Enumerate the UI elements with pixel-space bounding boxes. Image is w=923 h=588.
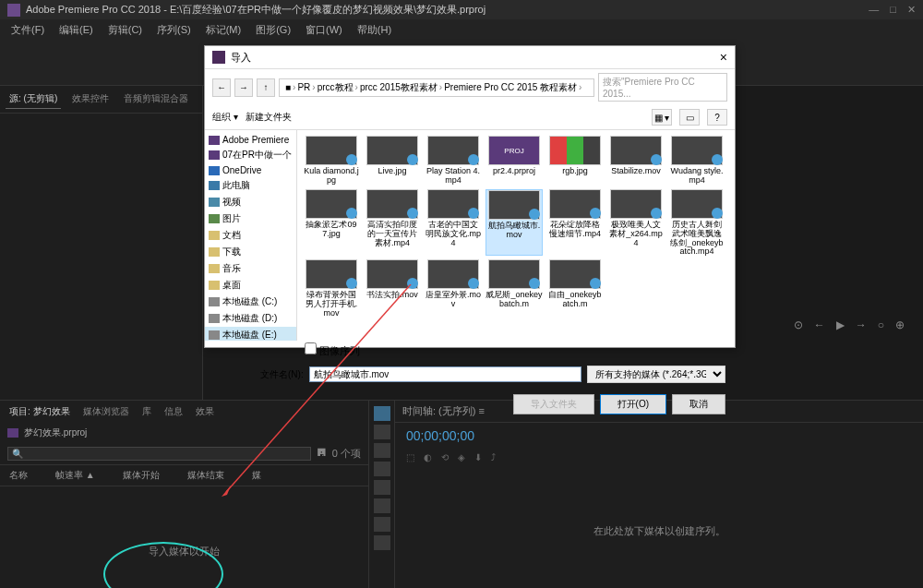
import-folder-button[interactable]: 导入文件夹: [513, 394, 594, 414]
tree-item[interactable]: 图片: [205, 210, 296, 227]
mark-out-icon[interactable]: ○: [878, 318, 884, 331]
view-button[interactable]: ▦ ▾: [652, 109, 672, 126]
tab-mediabrowser[interactable]: 媒体浏览器: [79, 403, 133, 420]
tree-item[interactable]: 下载: [205, 244, 296, 260]
file-item[interactable]: 航拍鸟瞰城市.mov: [485, 189, 543, 256]
tree-item[interactable]: 视频: [205, 194, 296, 210]
file-item[interactable]: 历史古人舞剑武术唯美飘逸练剑_onekeybatch.mp4: [668, 189, 725, 256]
filetype-select[interactable]: 所有支持的媒体 (*.264;*.3G2;* ▾: [587, 366, 725, 383]
menu-file[interactable]: 文件(F): [6, 21, 50, 39]
bc-2[interactable]: prcc 2015教程素材: [360, 81, 438, 94]
bc-0[interactable]: PR: [297, 82, 310, 92]
minimize-button[interactable]: —: [869, 4, 879, 16]
tree-item[interactable]: 音乐: [205, 260, 296, 277]
pen-tool[interactable]: [374, 498, 390, 513]
menu-marker[interactable]: 标记(M): [200, 21, 247, 39]
help-button[interactable]: ?: [707, 109, 727, 126]
tab-project[interactable]: 项目: 梦幻效果: [6, 403, 74, 420]
newfolder-button[interactable]: 新建文件夹: [246, 111, 292, 124]
file-item[interactable]: Stabilize.mov: [607, 136, 665, 186]
col-start[interactable]: 媒体开始: [123, 469, 160, 482]
tree-item[interactable]: 文档: [205, 227, 296, 244]
open-button[interactable]: 打开(O): [600, 394, 666, 414]
tc-2[interactable]: ◐: [424, 452, 432, 462]
file-item[interactable]: PROJpr2.4.prproj: [485, 136, 543, 186]
file-item[interactable]: 唐皇室外景.mov: [425, 259, 482, 318]
file-item[interactable]: 绿布背景外国男人打开手机.mov: [303, 259, 360, 318]
tab-audiomixer[interactable]: 音频剪辑混合器: [120, 90, 192, 109]
tree-item[interactable]: 07在PR中做一个: [205, 147, 296, 163]
add-marker-icon[interactable]: ⊕: [895, 318, 905, 331]
file-item[interactable]: 古老的中国文明民族文化.mp4: [425, 189, 482, 256]
file-item[interactable]: Play Station 4.mp4: [425, 136, 482, 186]
tc-6[interactable]: ⤴: [491, 452, 496, 462]
bc-3[interactable]: Premiere Pro CC 2015 教程素材: [444, 81, 577, 94]
mark-in-icon[interactable]: ⊙: [794, 318, 803, 331]
search-input[interactable]: 搜索"Premiere Pro CC 2015...: [598, 73, 727, 102]
nav-up-button[interactable]: ↑: [257, 78, 275, 97]
menu-sequence[interactable]: 序列(S): [151, 21, 197, 39]
filename-input[interactable]: [309, 366, 581, 382]
col-media[interactable]: 媒: [252, 469, 261, 482]
image-sequence-checkbox[interactable]: [305, 342, 317, 354]
slip-tool[interactable]: [374, 480, 390, 495]
tc-5[interactable]: ⬇: [474, 452, 482, 462]
tab-source[interactable]: 源: (无剪辑): [6, 90, 61, 109]
file-item[interactable]: 威尼斯_onekeybatch.m: [485, 259, 543, 318]
file-item[interactable]: Wudang style.mp4: [668, 136, 725, 186]
tree-item[interactable]: 此电脑: [205, 177, 296, 194]
cancel-button[interactable]: 取消: [672, 394, 725, 414]
tree-item[interactable]: 本地磁盘 (C:): [205, 294, 296, 310]
tree-item[interactable]: OneDrive: [205, 163, 296, 177]
breadcrumb[interactable]: ■ › PR › prcc教程 › prcc 2015教程素材 › Premie…: [279, 78, 594, 97]
file-item[interactable]: rgb.jpg: [546, 136, 604, 186]
tc-4[interactable]: ◈: [458, 452, 465, 462]
file-item[interactable]: 书法实拍.mov: [364, 259, 421, 318]
organize-button[interactable]: 组织 ▾: [212, 111, 238, 124]
file-item[interactable]: 高清实拍印度的一天宣传片素材.mp4: [364, 189, 421, 256]
maximize-button[interactable]: □: [890, 4, 896, 16]
play-icon[interactable]: ▶: [836, 318, 845, 331]
track-select-tool[interactable]: [374, 425, 390, 439]
tree-item[interactable]: 桌面: [205, 277, 296, 294]
file-item[interactable]: 自由_onekeybatch.m: [546, 259, 604, 318]
type-tool[interactable]: [374, 535, 390, 550]
col-end[interactable]: 媒体结束: [187, 469, 224, 482]
bc-1[interactable]: prcc教程: [318, 81, 354, 94]
timeline-empty[interactable]: 在此处放下媒体以创建序列。: [395, 466, 923, 588]
project-empty-area[interactable]: 导入媒体以开始: [0, 486, 368, 588]
tab-info[interactable]: 信息: [161, 403, 186, 420]
tree-item[interactable]: Adobe Premiere: [205, 133, 296, 147]
menu-graphics[interactable]: 图形(G): [250, 21, 296, 39]
menu-help[interactable]: 帮助(H): [352, 21, 397, 39]
file-item[interactable]: 花朵绽放降格慢速细节.mp4: [546, 189, 604, 256]
tab-effectcontrols[interactable]: 效果控件: [68, 90, 113, 109]
preview-button[interactable]: ▭: [679, 109, 700, 126]
dialog-close-button[interactable]: ×: [720, 50, 727, 65]
nav-back-button[interactable]: ←: [212, 78, 231, 97]
razor-tool[interactable]: [374, 462, 390, 476]
file-item[interactable]: Live.jpg: [364, 136, 421, 186]
menu-clip[interactable]: 剪辑(C): [102, 21, 148, 39]
project-search-input[interactable]: [7, 447, 311, 461]
tc-1[interactable]: ⬚: [406, 452, 414, 462]
dialog-title-text: 导入: [231, 51, 251, 65]
file-item[interactable]: Kula diamond.jpg: [303, 136, 360, 186]
menu-window[interactable]: 窗口(W): [300, 21, 348, 39]
tree-item[interactable]: 本地磁盘 (D:): [205, 310, 296, 327]
file-item[interactable]: 抽象派艺术097.jpg: [303, 189, 360, 256]
tc-3[interactable]: ⟲: [441, 452, 449, 462]
step-back-icon[interactable]: ←: [814, 318, 825, 331]
hand-tool[interactable]: [374, 517, 390, 532]
nav-fwd-button[interactable]: →: [234, 78, 253, 97]
col-name[interactable]: 名称: [9, 469, 28, 482]
tree-item[interactable]: 本地磁盘 (E:): [205, 327, 296, 341]
close-button[interactable]: ✕: [907, 4, 916, 16]
timecode[interactable]: 00;00;00;00: [395, 423, 923, 449]
step-fwd-icon[interactable]: →: [856, 318, 867, 331]
ripple-tool[interactable]: [374, 443, 390, 458]
file-item[interactable]: 极致唯美人文素材_x264.mp4: [607, 189, 665, 256]
menu-edit[interactable]: 编辑(E): [54, 21, 99, 39]
tab-library[interactable]: 库: [138, 403, 155, 420]
col-fps[interactable]: 帧速率 ▲: [55, 469, 95, 482]
